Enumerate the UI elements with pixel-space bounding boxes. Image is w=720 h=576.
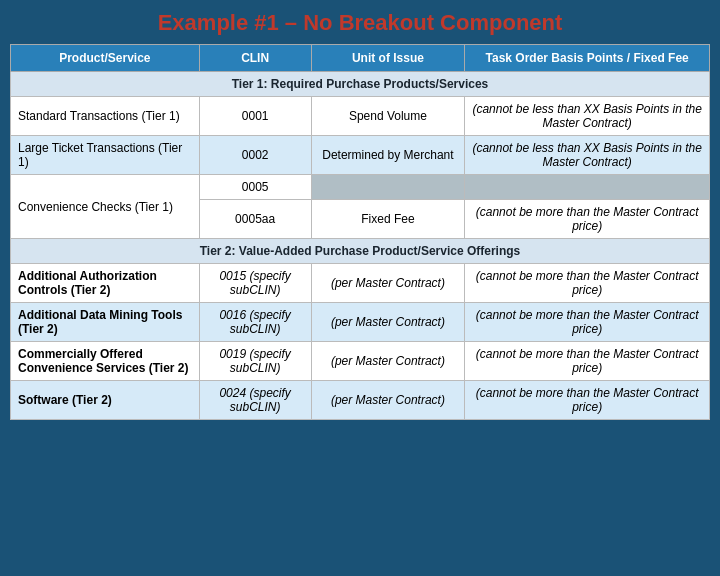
basis-cell: (cannot be more than the Master Contract…: [465, 200, 710, 239]
page-title: Example #1 – No Breakout Component: [10, 10, 710, 36]
unit-cell: (per Master Contract): [311, 303, 465, 342]
tier1-header-row: Tier 1: Required Purchase Products/Servi…: [11, 72, 710, 97]
tier1-header-label: Tier 1: Required Purchase Products/Servi…: [11, 72, 710, 97]
table-row: Additional Data Mining Tools (Tier 2) 00…: [11, 303, 710, 342]
table-row: Standard Transactions (Tier 1) 0001 Spen…: [11, 97, 710, 136]
col-header-unit: Unit of Issue: [311, 45, 465, 72]
clin-cell: 0016 (specify subCLIN): [199, 303, 311, 342]
col-header-basis: Task Order Basis Points / Fixed Fee: [465, 45, 710, 72]
product-cell: Large Ticket Transactions (Tier 1): [11, 136, 200, 175]
clin-cell: 0005: [199, 175, 311, 200]
clin-cell: 0002: [199, 136, 311, 175]
unit-cell: Spend Volume: [311, 97, 465, 136]
unit-cell: [311, 175, 465, 200]
col-header-product: Product/Service: [11, 45, 200, 72]
clin-cell: 0015 (specify subCLIN): [199, 264, 311, 303]
unit-cell: (per Master Contract): [311, 342, 465, 381]
basis-cell: [465, 175, 710, 200]
product-cell: Additional Data Mining Tools (Tier 2): [11, 303, 200, 342]
tier2-header-label: Tier 2: Value-Added Purchase Product/Ser…: [11, 239, 710, 264]
unit-cell: Fixed Fee: [311, 200, 465, 239]
table-row: Additional Authorization Controls (Tier …: [11, 264, 710, 303]
unit-cell: (per Master Contract): [311, 381, 465, 420]
main-table: Product/Service CLIN Unit of Issue Task …: [10, 44, 710, 420]
table-row: Large Ticket Transactions (Tier 1) 0002 …: [11, 136, 710, 175]
basis-cell: (cannot be more than the Master Contract…: [465, 303, 710, 342]
product-cell: Software (Tier 2): [11, 381, 200, 420]
clin-cell: 0005aa: [199, 200, 311, 239]
clin-cell: 0024 (specify subCLIN): [199, 381, 311, 420]
product-cell: Convenience Checks (Tier 1): [11, 175, 200, 239]
basis-cell: (cannot be more than the Master Contract…: [465, 342, 710, 381]
product-cell: Standard Transactions (Tier 1): [11, 97, 200, 136]
clin-cell: 0019 (specify subCLIN): [199, 342, 311, 381]
tier2-header-row: Tier 2: Value-Added Purchase Product/Ser…: [11, 239, 710, 264]
table-row: Convenience Checks (Tier 1) 0005: [11, 175, 710, 200]
product-cell: Commercially Offered Convenience Service…: [11, 342, 200, 381]
col-header-clin: CLIN: [199, 45, 311, 72]
basis-cell: (cannot be more than the Master Contract…: [465, 264, 710, 303]
clin-cell: 0001: [199, 97, 311, 136]
unit-cell: Determined by Merchant: [311, 136, 465, 175]
basis-cell: (cannot be less than XX Basis Points in …: [465, 136, 710, 175]
product-cell: Additional Authorization Controls (Tier …: [11, 264, 200, 303]
table-row: Commercially Offered Convenience Service…: [11, 342, 710, 381]
basis-cell: (cannot be more than the Master Contract…: [465, 381, 710, 420]
basis-cell: (cannot be less than XX Basis Points in …: [465, 97, 710, 136]
unit-cell: (per Master Contract): [311, 264, 465, 303]
table-row: Software (Tier 2) 0024 (specify subCLIN)…: [11, 381, 710, 420]
